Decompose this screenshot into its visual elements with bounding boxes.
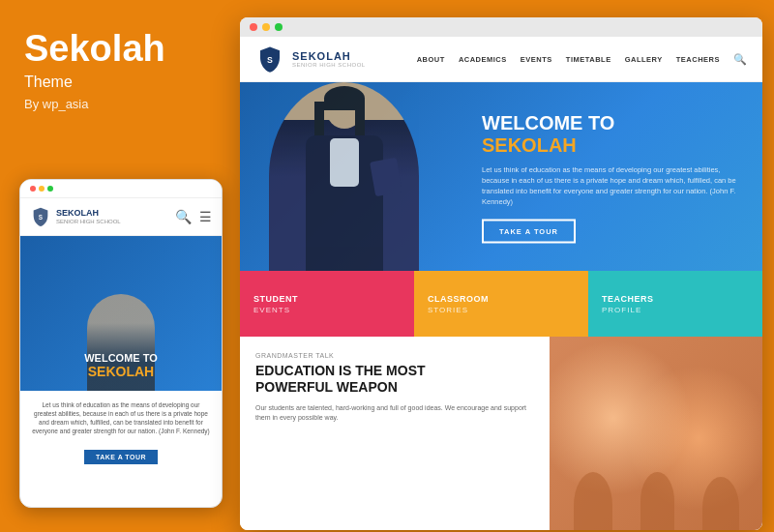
person-silhouette-1: [574, 472, 612, 530]
mobile-traffic-lights: [30, 186, 53, 192]
mobile-welcome-brand: SEKOLAH: [84, 364, 158, 379]
menu-icon[interactable]: ☰: [199, 209, 212, 224]
headline-line1: EDUCATION IS THE MOST: [255, 363, 426, 378]
hero-welcome-text: WELCOME TO: [482, 110, 743, 133]
feature-teachers-sub: PROFILE: [602, 306, 749, 314]
nav-academics[interactable]: ACADEMICS: [459, 55, 507, 64]
nav-teachers[interactable]: TEACHERS: [676, 55, 720, 64]
feature-classroom-sub: STORIES: [428, 306, 575, 314]
close-dot: [30, 186, 36, 192]
content-headline: EDUCATION IS THE MOST POWERFUL WEAPON: [255, 363, 534, 396]
mobile-logo-text: SEKOLAH: [56, 209, 121, 219]
feature-student-events[interactable]: STUDENT EVENTS: [240, 271, 414, 337]
minimize-dot: [262, 23, 270, 31]
desktop-nav: S SEKOLAH SENIOR HIGH SCHOOL ABOUT ACADE…: [240, 37, 762, 82]
person-silhouette-3: [702, 477, 739, 530]
nav-events[interactable]: EVENTS: [521, 55, 552, 64]
feature-classroom-title: CLASSROOM: [428, 294, 575, 304]
nav-gallery[interactable]: GALLERY: [625, 55, 663, 64]
headline-line2: POWERFUL WEAPON: [255, 379, 398, 395]
feature-student-title: STUDENT: [253, 294, 401, 304]
mobile-welcome-text: WELCOME TO: [84, 352, 158, 364]
minimize-dot: [39, 186, 45, 192]
mobile-logo-sub: SENIOR HIGH SCHOOL: [56, 219, 121, 224]
feature-boxes: STUDENT EVENTS CLASSROOM STORIES TEACHER…: [240, 271, 762, 337]
mobile-hero-desc: Let us think of education as the means o…: [20, 395, 222, 441]
mobile-take-tour-button[interactable]: TAKE A TOUR: [83, 449, 159, 465]
feature-teachers-title: TEACHERS: [602, 294, 749, 304]
people-overlay: [550, 377, 762, 530]
desktop-take-tour-button[interactable]: TAKE A TOUR: [482, 219, 576, 243]
person-silhouette-2: [640, 472, 674, 530]
mobile-nav: S SEKOLAH SENIOR HIGH SCHOOL 🔍 ☰: [20, 198, 222, 236]
desktop-shield-icon: S: [255, 44, 284, 74]
desktop-logo-text: SEKOLAH SENIOR HIGH SCHOOL: [292, 50, 366, 68]
desktop-logo-sub: SENIOR HIGH SCHOOL: [292, 62, 366, 68]
fullscreen-dot: [47, 186, 53, 192]
hero-person-container: [269, 82, 419, 271]
mobile-hero: WELCOME TO SEKOLAH: [20, 236, 222, 391]
desktop-mockup: S SEKOLAH SENIOR HIGH SCHOOL ABOUT ACADE…: [240, 17, 762, 530]
mobile-hero-text: WELCOME TO SEKOLAH: [74, 352, 167, 379]
desktop-nav-links: ABOUT ACADEMICS EVENTS TIMETABLE GALLERY…: [417, 53, 747, 66]
desktop-content-section: Grandmaster Talk EDUCATION IS THE MOST P…: [240, 337, 762, 530]
mobile-window-bar: [20, 180, 222, 198]
search-icon[interactable]: 🔍: [175, 209, 192, 224]
svg-text:S: S: [267, 55, 273, 65]
brand-subtitle: Theme: [24, 74, 218, 91]
mobile-logo: S SEKOLAH SENIOR HIGH SCHOOL: [30, 206, 121, 227]
content-left: Grandmaster Talk EDUCATION IS THE MOST P…: [240, 337, 550, 530]
desktop-window-bar: [240, 17, 762, 37]
brand-title: Sekolah: [24, 29, 218, 70]
hero-description: Let us think of education as the means o…: [482, 163, 743, 207]
hero-text-area: WELCOME TO SEKOLAH Let us think of educa…: [482, 110, 743, 243]
content-body: Our students are talented, hard-working …: [255, 403, 534, 424]
shield-icon: S: [30, 206, 51, 227]
search-icon[interactable]: 🔍: [733, 53, 747, 66]
desktop-hero: WELCOME TO SEKOLAH Let us think of educa…: [240, 82, 762, 271]
nav-about[interactable]: ABOUT: [417, 55, 445, 64]
hero-welcome-line1: WELCOME TO: [482, 111, 614, 133]
content-tag: Grandmaster Talk: [255, 352, 534, 359]
content-right-image: [550, 337, 762, 530]
desktop-logo-main: SEKOLAH: [292, 50, 366, 62]
mobile-cta: TAKE A TOUR: [20, 449, 222, 465]
feature-classroom-stories[interactable]: CLASSROOM STORIES: [414, 271, 588, 337]
hero-brand-name: SEKOLAH: [482, 133, 743, 156]
hero-person-image: [269, 82, 419, 271]
author-credit: By wp_asia: [24, 97, 218, 111]
svg-text:S: S: [39, 214, 44, 221]
nav-timetable[interactable]: TIMETABLE: [566, 55, 611, 64]
desktop-logo: S SEKOLAH SENIOR HIGH SCHOOL: [255, 44, 366, 74]
feature-student-sub: EVENTS: [253, 306, 401, 314]
feature-teachers-profile[interactable]: TEACHERS PROFILE: [588, 271, 762, 337]
fullscreen-dot: [275, 23, 283, 31]
close-dot: [250, 23, 257, 31]
mobile-nav-icons: 🔍 ☰: [175, 209, 212, 224]
mobile-mockup: S SEKOLAH SENIOR HIGH SCHOOL 🔍 ☰ WELCOME…: [19, 179, 223, 508]
